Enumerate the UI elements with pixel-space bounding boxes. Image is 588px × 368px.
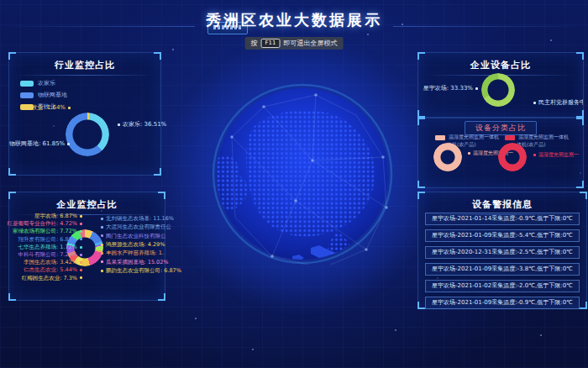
label-dot bbox=[101, 218, 103, 220]
chart-label: 仁杰生态农业: 5.44% bbox=[24, 266, 85, 274]
label-dot bbox=[80, 269, 82, 271]
label-text: 北刘铜生态农场基: 11.16% bbox=[106, 215, 174, 222]
label-dot bbox=[475, 87, 478, 90]
label-dot bbox=[101, 244, 103, 246]
legend-label: 物联网基地 bbox=[38, 91, 67, 99]
label-dot bbox=[533, 102, 536, 104]
label-text: 鹏韵生态农业有限公司: 6.87% bbox=[106, 267, 181, 274]
legend-swatch bbox=[505, 135, 515, 140]
equipment-donut-chart[interactable] bbox=[481, 73, 515, 107]
corner-decor bbox=[417, 110, 425, 118]
device-alarm-panel: 设备警报信息 星宇农场-2021-01-14采集温度:-0.9℃,低于下限:0℃… bbox=[417, 192, 587, 309]
page-title: 秀洲区农业大数据展示 bbox=[0, 10, 588, 30]
label-dot bbox=[80, 238, 82, 240]
label-text: 红梅园生态农业: 7.3% bbox=[22, 275, 77, 281]
corner-decor bbox=[8, 52, 16, 60]
panel-title: 行业监控占比 bbox=[9, 53, 160, 71]
label-text: 瓜果采摘园基地: 15.02% bbox=[106, 259, 169, 265]
legend-swatch bbox=[435, 135, 445, 140]
chart-label: 李国生态农场: 3.42% bbox=[24, 259, 85, 266]
panel-title: 企业设备占比 bbox=[418, 53, 583, 71]
legend-label: 农家乐 bbox=[38, 79, 55, 87]
chart-label: 大运河生态农业有限责任公 bbox=[98, 223, 171, 231]
chart-label: 红菱葡萄专业合作社: 4.72% bbox=[8, 220, 85, 228]
chart-label: 瓜果采摘园基地: 15.02% bbox=[98, 259, 169, 266]
label-text: 七华生态养殖场: 1.72% bbox=[18, 244, 77, 250]
corner-decor bbox=[8, 293, 16, 301]
chart-label: 家绿农场有限公司: 7.72% bbox=[13, 228, 85, 235]
equipment-ratio-panel: 企业设备占比 星宇农场: 33.33% 民主村党群服务中心: bbox=[417, 52, 584, 118]
device-category-panel: 设备分类占比 温湿度光照监测一体机 一体机(农产品) 温湿度光照监测一 温湿度光… bbox=[417, 118, 584, 188]
label-dot bbox=[101, 252, 103, 255]
chart-label: 翔升发有限公司: 6.87% bbox=[18, 236, 85, 244]
corner-decor bbox=[154, 52, 161, 60]
chart-label: 温湿度光照监测一 bbox=[531, 151, 579, 159]
corner-decor bbox=[576, 181, 584, 188]
label-dot bbox=[101, 260, 103, 263]
corner-decor bbox=[417, 181, 425, 188]
corner-decor bbox=[158, 293, 165, 301]
chart-label: 北刘铜生态农场基: 11.16% bbox=[98, 215, 174, 223]
alarm-list: 星宇农场-2021-01-14采集温度:-0.9℃,低于下限:0℃星宇农场-20… bbox=[425, 213, 580, 313]
label-dot bbox=[80, 276, 82, 279]
industry-donut-chart[interactable] bbox=[66, 113, 109, 156]
chart-label: 民主村党群服务中心: bbox=[531, 98, 583, 107]
label-dot bbox=[101, 270, 103, 272]
label-text: 红菱葡萄专业合作社: 4.72% bbox=[8, 220, 77, 227]
divider bbox=[15, 75, 155, 76]
legend-swatch bbox=[20, 92, 34, 98]
label-dot bbox=[101, 226, 103, 229]
alarm-row[interactable]: 星宇农场-2020-12-31采集温度:-2.5℃,低于下限:0℃ bbox=[425, 246, 580, 259]
chart-label: 红梅园生态农业: 7.3% bbox=[22, 275, 85, 282]
label-text: 大运河生态农业有限责任公 bbox=[106, 223, 171, 230]
corner-decor bbox=[154, 168, 161, 176]
corner-decor bbox=[417, 192, 425, 199]
label-dot bbox=[80, 215, 82, 218]
legend-item[interactable]: 温湿度光照监测一体机 bbox=[435, 134, 499, 141]
label-text: 陶门生态农业科技有限公 bbox=[106, 233, 166, 239]
legend-item[interactable]: 农家乐 bbox=[20, 79, 160, 87]
corner-decor bbox=[576, 52, 584, 60]
corner-decor bbox=[158, 192, 165, 199]
label-text: 鸿景源生态农场: 4.29% bbox=[106, 241, 165, 248]
category-donut-right[interactable] bbox=[498, 143, 527, 171]
corner-decor bbox=[8, 192, 16, 199]
enterprise-labels-right: 北刘铜生态农场基: 11.16%大运河生态农业有限责任公陶门生态农业科技有限公鸿… bbox=[98, 215, 174, 284]
category-donut-left[interactable] bbox=[433, 143, 462, 171]
legend-item[interactable]: 温湿度光照监测一体机 bbox=[505, 134, 569, 141]
legend-item[interactable]: 物联网基地 bbox=[20, 91, 160, 99]
alarm-row[interactable]: 星宇农场-2021-01-14采集温度:-0.9℃,低于下限:0℃ bbox=[425, 213, 580, 225]
label-dot bbox=[80, 254, 82, 256]
chart-label: 陶门生态农业科技有限公 bbox=[98, 233, 166, 240]
label-text: 翔升发有限公司: 6.87% bbox=[18, 236, 77, 243]
enterprise-ratio-panel: 企业监控占比 星宇农场: 6.87%红菱葡萄专业合作社: 4.72%家绿农场有限… bbox=[8, 192, 165, 301]
label-dot bbox=[468, 152, 470, 155]
corner-decor bbox=[417, 52, 425, 60]
chart-label: 星宇农场: 6.87% bbox=[34, 213, 85, 220]
label-text: 仁杰生态农业: 5.44% bbox=[24, 266, 77, 273]
chart-label: 鸿景源生态农场: 4.29% bbox=[98, 241, 165, 249]
corner-decor bbox=[417, 118, 425, 125]
label-text: 星宇农场: 6.87% bbox=[34, 213, 77, 219]
alarm-row[interactable]: 星宇农场-2021-01-09采集温度:-0.9℃,低于下限:0℃ bbox=[425, 297, 580, 309]
panel-title: 设备警报信息 bbox=[418, 192, 586, 211]
corner-decor bbox=[417, 302, 425, 309]
label-text: 丰园水产种苗养殖场: 1. bbox=[106, 250, 164, 256]
legend-swatch bbox=[20, 81, 34, 87]
enterprise-labels-left: 星宇农场: 6.87%红菱葡萄专业合作社: 4.72%家绿农场有限公司: 7.7… bbox=[11, 213, 85, 290]
alarm-row[interactable]: 星宇农场-2021-01-02采集温度:-2.0℃,低于下限:0℃ bbox=[425, 280, 580, 292]
label-dot bbox=[67, 143, 70, 145]
chart-label: 鹏韵生态农业有限公司: 6.87% bbox=[98, 267, 181, 275]
legend-label: 温湿度光照监测一体机 bbox=[449, 134, 499, 141]
corner-decor bbox=[8, 168, 16, 176]
label-dot bbox=[80, 230, 82, 233]
alarm-row[interactable]: 星宇农场-2021-01-09采集温度:-5.4℃,低于下限:0℃ bbox=[425, 229, 580, 242]
chart-label: 畜牧业: 1.64% bbox=[19, 103, 73, 112]
chart-label: 物联网基地: 61.85% bbox=[9, 139, 63, 148]
chart-label: 中科斗有限公司: 7.29% bbox=[18, 251, 85, 259]
label-dot bbox=[80, 246, 82, 249]
alarm-row[interactable]: 星宇农场-2021-01-09采集温度:-3.8℃,低于下限:0℃ bbox=[425, 263, 580, 276]
panel-title: 企业监控占比 bbox=[9, 192, 165, 211]
corner-decor bbox=[580, 192, 587, 199]
corner-decor bbox=[580, 302, 587, 309]
